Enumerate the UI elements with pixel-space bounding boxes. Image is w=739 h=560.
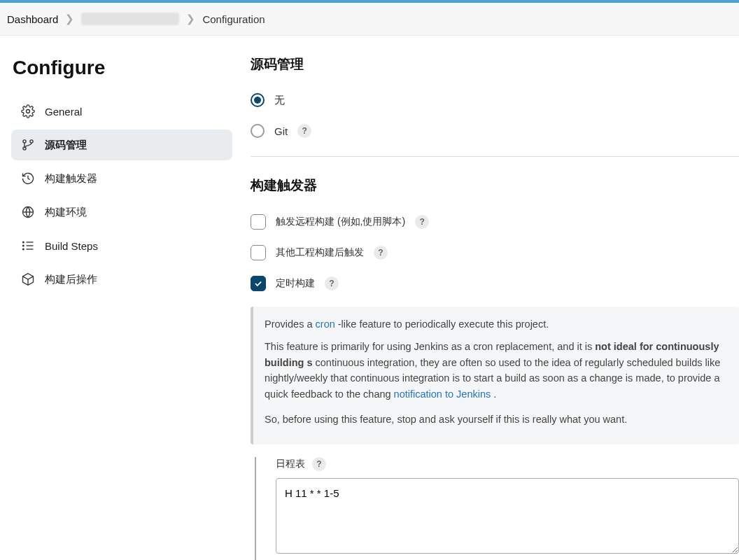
sidebar: Configure General 源码管理 构建触发器 [0,36,238,560]
sidebar-item-label: 构建后操作 [45,273,97,286]
radio-label: Git [274,125,288,137]
help-icon[interactable]: ? [312,457,326,471]
schedule-label: 日程表 [276,458,305,470]
section-triggers: 构建触发器 触发远程构建 (例如,使用脚本) ? 其他工程构建后触发 ? 定时构… [251,176,739,560]
radio-none[interactable] [251,93,265,107]
svg-point-0 [27,110,30,113]
sidebar-item-general[interactable]: General [11,96,232,127]
help-panel: Provides a cron -like feature to periodi… [251,307,739,444]
sidebar-item-build-steps[interactable]: Build Steps [11,230,232,261]
chevron-right-icon: ❯ [65,13,74,25]
sidebar-item-triggers[interactable]: 构建触发器 [11,163,232,194]
radio-row-none[interactable]: 无 [251,89,739,111]
sidebar-item-label: 源码管理 [45,139,87,152]
check-row-scheduled: 定时构建 ? [251,272,739,295]
sidebar-item-label: 构建环境 [45,206,87,219]
breadcrumb-dashboard[interactable]: Dashboard [7,13,58,25]
svg-point-10 [23,248,24,250]
sidebar-item-label: 构建触发器 [45,172,97,186]
sidebar-item-label: Build Steps [45,240,98,252]
main-content: 源码管理 无 Git ? 构建触发器 触发远程构建 (例如,使用脚本) ? [238,36,739,560]
gear-icon [21,104,35,118]
chevron-right-icon: ❯ [186,13,195,25]
schedule-input[interactable] [276,478,739,554]
help-icon[interactable]: ? [374,246,388,260]
breadcrumb-current: Configuration [202,13,265,25]
branch-icon [21,138,35,152]
cron-link[interactable]: cron [316,318,335,330]
check-row-remote: 触发远程构建 (例如,使用脚本) ? [251,210,739,234]
checkbox-scheduled[interactable] [251,276,266,291]
svg-point-8 [23,241,24,243]
svg-point-9 [23,245,24,246]
divider [251,156,739,157]
radio-label: 无 [274,94,285,107]
breadcrumb-project[interactable]: ████████ [81,13,179,25]
help-icon[interactable]: ? [325,276,339,290]
radio-git[interactable] [251,124,265,138]
check-row-after-other: 其他工程构建后触发 ? [251,241,739,265]
section-title-scm: 源码管理 [251,55,739,74]
svg-point-1 [23,140,26,143]
globe-icon [21,205,35,219]
checkbox-label: 触发远程构建 (例如,使用脚本) [276,216,405,228]
checkbox-label: 定时构建 [276,277,315,290]
package-icon [21,272,35,286]
help-icon[interactable]: ? [297,124,311,138]
checkbox-remote[interactable] [251,214,266,230]
sidebar-item-post-build[interactable]: 构建后操作 [11,264,232,295]
help-panel-note: So, before using this feature, stop and … [265,412,728,427]
breadcrumb: Dashboard ❯ ████████ ❯ Configuration [0,3,739,36]
sidebar-item-label: General [45,106,82,118]
list-icon [21,239,35,253]
radio-row-git[interactable]: Git ? [251,120,739,142]
svg-point-2 [30,140,33,143]
schedule-block: 日程表 ? 上次运行的时间 2024年4月3日星期三 中国标准时间 11:05:… [255,457,739,560]
section-title-triggers: 构建触发器 [251,176,739,195]
page-title: Configure [13,57,232,79]
sidebar-item-env[interactable]: 构建环境 [11,197,232,227]
section-scm: 源码管理 无 Git ? [251,55,739,157]
checkbox-label: 其他工程构建后触发 [276,246,364,259]
checkbox-after-other[interactable] [251,245,266,260]
sidebar-item-scm[interactable]: 源码管理 [11,130,232,160]
help-icon[interactable]: ? [415,215,429,229]
notification-link[interactable]: notification to Jenkins [394,388,491,400]
history-icon [21,172,35,186]
